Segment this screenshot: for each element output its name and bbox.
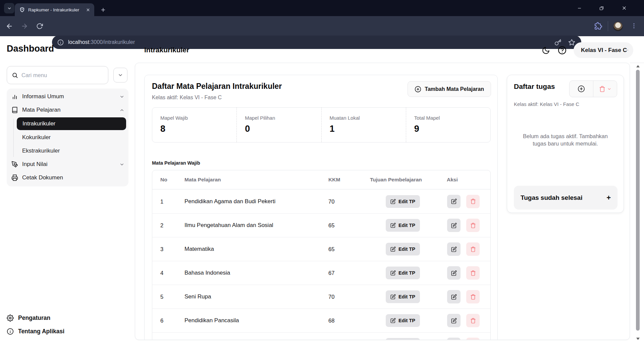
sidebar-item-ekstrakurikuler[interactable]: Ekstrakurikuler [22, 144, 60, 158]
edit-tp-button[interactable]: Edit TP [386, 338, 420, 340]
delete-subject-button[interactable] [466, 195, 480, 208]
table-row: Edit TP [152, 332, 490, 340]
delete-tasks-button[interactable] [593, 81, 617, 97]
help-icon [558, 46, 567, 55]
edit-subject-button[interactable] [447, 195, 461, 208]
table-row: 2 Ilmu Pengetahuan Alam dan Sosial 65 Ed… [152, 213, 490, 237]
back-arrow-icon [6, 22, 13, 30]
delete-subject-button[interactable] [466, 242, 480, 256]
toolbar-divider [608, 21, 608, 31]
app-title: Dashboard [7, 44, 54, 54]
sidebar-item-input-nilai[interactable]: Input Nilai [7, 158, 128, 171]
chevron-down-icon [119, 94, 124, 99]
edit-tp-button[interactable]: Edit TP [386, 243, 420, 255]
table-row: 5 Seni Rupa 70 Edit TP [152, 285, 490, 308]
edit-tp-button[interactable]: Edit TP [386, 219, 420, 232]
delete-subject-button[interactable] [466, 266, 480, 280]
sidebar-item-kokurikuler[interactable]: Kokurikuler [22, 131, 51, 144]
kkm-value: 70 [328, 198, 334, 205]
edit-icon [390, 270, 396, 276]
scroll-up-arrow[interactable] [636, 65, 640, 67]
edit-icon [390, 246, 396, 252]
table-row: 4 Bahasa Indonesia 67 Edit TP [152, 261, 490, 285]
sidebar-item-informasi-umum[interactable]: Informasi Umum [7, 90, 128, 103]
stat-mapel-pilihan: Mapel Pilihan0 [236, 108, 321, 142]
plus-circle-icon [415, 86, 421, 93]
edit-subject-button[interactable] [447, 219, 461, 232]
delete-subject-button[interactable] [466, 290, 480, 303]
bookmark-star-icon[interactable] [568, 39, 575, 46]
edit-subject-button[interactable] [447, 290, 461, 303]
edit-tp-button[interactable]: Edit TP [386, 314, 420, 327]
help-button[interactable] [557, 46, 567, 55]
search-input[interactable] [21, 72, 103, 78]
chevron-down-icon [119, 162, 124, 167]
browser-tab[interactable]: Rapkumer - Intrakurikuler [15, 3, 94, 16]
edit-subject-button[interactable] [447, 266, 461, 280]
edit-icon [390, 199, 396, 204]
tasks-done-section[interactable]: Tugas sudah selesai + [514, 186, 618, 210]
forward-button[interactable] [20, 22, 29, 30]
password-key-icon[interactable] [554, 39, 561, 46]
edit-icon [390, 318, 396, 323]
chevron-down-icon [7, 6, 12, 11]
kkm-value: 70 [328, 294, 334, 300]
tasks-title: Daftar tugas [514, 82, 555, 91]
stat-muatan-lokal: Muatan Lokal1 [321, 108, 406, 142]
sidebar-item-tentang-aplikasi[interactable]: Tentang Aplikasi [7, 325, 64, 338]
delete-subject-button[interactable] [466, 314, 480, 327]
sidebar-item-pengaturan[interactable]: Pengaturan [7, 311, 50, 325]
add-subject-button[interactable]: Tambah Mata Pelajaran [408, 81, 491, 97]
menu-search[interactable] [7, 66, 108, 84]
window-minimize-button[interactable] [570, 0, 589, 16]
edit-icon [451, 198, 457, 204]
expand-done-icon[interactable]: + [606, 193, 611, 202]
table-header-row: No Mata Pelajaran KKM Tujuan Pembelajara… [152, 170, 490, 189]
edit-subject-button[interactable] [447, 314, 461, 327]
edit-tp-button[interactable]: Edit TP [386, 267, 420, 279]
extensions-button[interactable] [594, 22, 602, 30]
plus-icon [100, 7, 106, 13]
delete-subject-button[interactable] [466, 219, 480, 232]
edit-tp-button[interactable]: Edit TP [386, 195, 420, 208]
tab-close-icon[interactable] [85, 7, 91, 13]
edit-subject-button[interactable] [447, 338, 461, 340]
site-info-icon[interactable] [57, 39, 64, 46]
scrollbar-thumb[interactable] [636, 70, 640, 331]
sidebar-item-mata-pelajaran[interactable]: Mata Pelajaran [7, 103, 128, 117]
window-close-button[interactable] [614, 0, 634, 16]
main-content: Daftar Mata Pelajaran Intrakurikuler Kel… [135, 63, 630, 340]
add-task-button[interactable] [570, 81, 593, 97]
reload-icon [36, 23, 43, 30]
reload-button[interactable] [36, 22, 44, 30]
edit-subject-button[interactable] [447, 242, 461, 256]
chevrons-up-down-icon [627, 47, 629, 53]
browser-menu-button[interactable] [631, 22, 637, 30]
delete-subject-button[interactable] [466, 338, 480, 340]
window-restore-button[interactable] [592, 0, 611, 16]
back-button[interactable] [5, 22, 13, 30]
sidebar-item-cetak-dokumen[interactable]: Cetak Dokumen [7, 171, 128, 184]
row-number: 1 [160, 198, 163, 205]
edit-icon [451, 246, 457, 252]
address-bar[interactable]: localhost:3000/intrakurikuler [52, 36, 581, 49]
sidebar-item-intrakurikuler[interactable]: Intrakurikuler [17, 117, 126, 130]
table-row: 1 Pendidikan Agama dan Budi Pekerti 70 E… [152, 189, 490, 213]
dark-mode-toggle[interactable] [541, 46, 550, 55]
edit-tp-button[interactable]: Edit TP [386, 290, 420, 303]
edit-icon [451, 223, 457, 228]
app-favicon-icon [19, 7, 25, 13]
profile-avatar[interactable] [613, 21, 623, 31]
row-number: 3 [160, 246, 163, 252]
scroll-down-arrow[interactable] [636, 338, 640, 340]
sidebar-collapse-button[interactable] [113, 68, 127, 82]
kkm-value: 68 [328, 318, 334, 324]
table-section-label: Mata Pelajaran Wajib [152, 160, 200, 166]
new-tab-button[interactable] [98, 5, 108, 15]
chevron-up-icon [119, 108, 124, 113]
class-selector[interactable]: Kelas VI - Fase C [574, 42, 633, 58]
scrollbar[interactable] [635, 63, 641, 342]
tasks-empty-state: Belum ada tugas aktif. Tambahkan tugas b… [507, 133, 624, 148]
kkm-value: 67 [328, 270, 334, 276]
tab-search-button[interactable] [4, 3, 14, 13]
